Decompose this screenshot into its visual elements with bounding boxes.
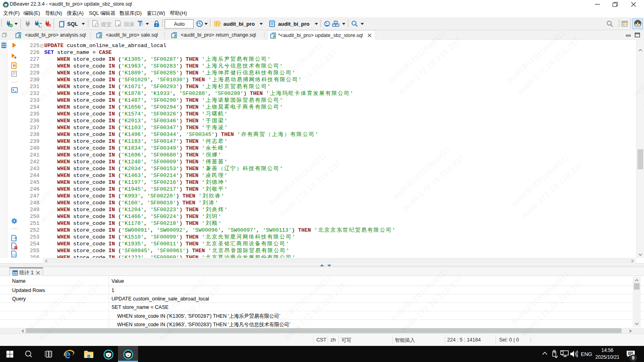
svg-text:(x): (x) bbox=[12, 253, 17, 257]
svg-text:9: 9 bbox=[632, 355, 635, 361]
